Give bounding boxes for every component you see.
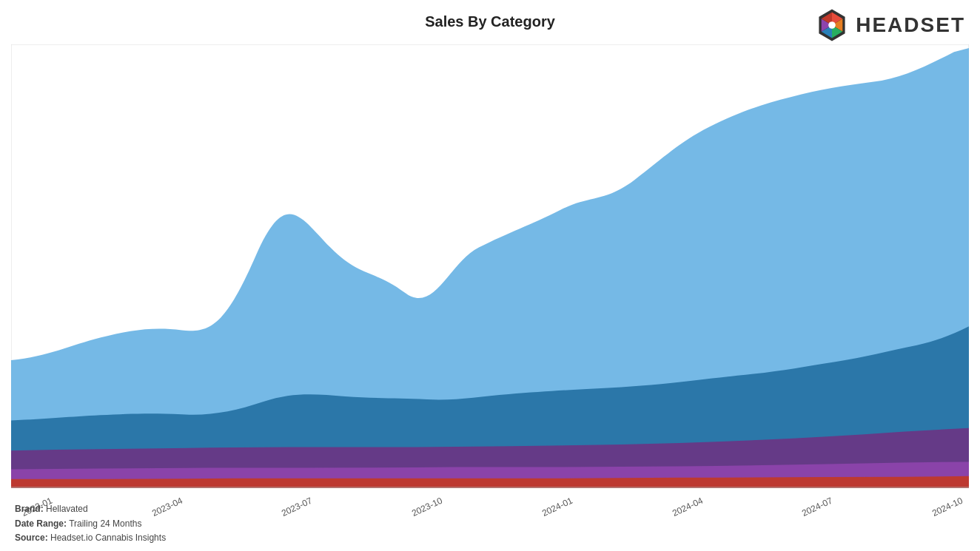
x-label-5: 2024-04 xyxy=(671,496,705,518)
footer-source-label: Source: xyxy=(15,533,48,543)
footer-brand-label: Brand: xyxy=(15,504,44,514)
footer-info: Brand: Hellavated Date Range: Trailing 2… xyxy=(15,502,166,545)
x-label-6: 2024-07 xyxy=(800,496,834,518)
chart-title: Sales By Category xyxy=(0,13,980,30)
x-label-7: 2024-10 xyxy=(930,496,964,518)
chart-area xyxy=(11,44,969,488)
x-label-2: 2023-07 xyxy=(280,496,314,518)
footer-brand: Brand: Hellavated xyxy=(15,502,166,516)
x-label-4: 2024-01 xyxy=(540,496,574,518)
x-label-3: 2023-10 xyxy=(410,496,444,518)
footer-date-range-label: Date Range: xyxy=(15,518,67,529)
footer-brand-value: Hellavated xyxy=(46,504,88,514)
footer-date-range-value: Trailing 24 Months xyxy=(69,518,141,529)
footer-source-value: Headset.io Cannabis Insights xyxy=(50,533,166,543)
footer-date-range: Date Range: Trailing 24 Months xyxy=(15,517,166,531)
page-container: HEADSET Sales By Category Concentrates E… xyxy=(0,0,980,551)
footer-source: Source: Headset.io Cannabis Insights xyxy=(15,531,166,545)
chart-svg xyxy=(11,44,969,488)
